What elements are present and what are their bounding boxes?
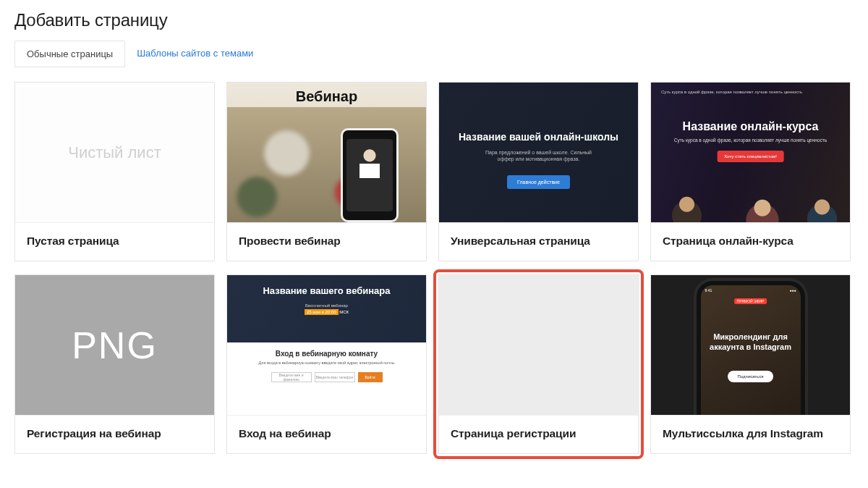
png-text: PNG (72, 324, 158, 367)
preview-webinar-login: Название вашего вебинара Бесплатный веби… (227, 275, 426, 415)
card-label: Универсальная страница (439, 222, 638, 261)
template-card-course[interactable]: Суть курса в одной фразе, которая позвол… (650, 82, 851, 261)
tabs: Обычные страницы Шаблоны сайтов с темами (14, 41, 854, 67)
card-label: Пустая страница (15, 222, 214, 261)
template-grid: Чистый лист Пустая страница Вебинар Пров… (14, 82, 854, 454)
webinar-title: Вебинар (227, 88, 426, 105)
course-cta: Хочу стать специалистом! (717, 151, 784, 162)
hero-cta: Главное действие (507, 175, 570, 189)
webinar-scene (227, 107, 426, 222)
wreg-form: Введите имя и фамилию Введите ваш телефо… (240, 372, 413, 382)
course-sub: Суть курса в одной фразе, которая позвол… (661, 138, 840, 143)
preview-png-placeholder: PNG (15, 275, 214, 415)
wreg-submit: Войти (358, 372, 383, 382)
people-illustration (651, 177, 850, 222)
wreg-sub: Бесплатный вебинар (304, 303, 349, 308)
template-card-registration[interactable]: Страница регистрации (438, 274, 639, 454)
tab-themed-templates[interactable]: Шаблоны сайтов с темами (125, 41, 265, 67)
preview-universal: Название вашей онлайн-школы Пара предлож… (439, 83, 638, 222)
hero-subtitle: Пара предложений о вашей школе. Сильный … (477, 149, 600, 162)
template-card-webinar-login[interactable]: Название вашего вебинара Бесплатный веби… (226, 274, 427, 454)
course-tiny: Суть курса в одной фразе, которая позвол… (661, 90, 802, 94)
wreg-title: Название вашего вебинара (240, 285, 413, 297)
preview-blank: Чистый лист (15, 83, 214, 222)
wreg-room-sub: Для входа в вебинарную комнату введите с… (240, 361, 413, 365)
template-card-universal[interactable]: Название вашей онлайн-школы Пара предлож… (438, 82, 639, 261)
wreg-date: 25 мая в 20:00 МСК (240, 310, 413, 314)
wreg-field-name: Введите имя и фамилию (271, 372, 312, 382)
preview-instagram: 9:41 ●●● ПРЯМОЙ ЭФИР Микролендинг для ак… (651, 275, 850, 415)
template-card-blank[interactable]: Чистый лист Пустая страница (14, 82, 215, 261)
phone-icon (341, 128, 399, 222)
ig-cta: Подписаться (728, 371, 774, 382)
template-card-webinar-reg[interactable]: PNG Регистрация на вебинар (14, 274, 215, 454)
preview-course: Суть курса в одной фразе, которая позвол… (651, 83, 850, 222)
tab-regular-pages[interactable]: Обычные страницы (14, 41, 125, 67)
card-label: Вход на вебинар (227, 415, 426, 453)
phone-statusbar: 9:41 ●●● (705, 288, 796, 294)
card-label: Страница регистрации (439, 415, 638, 453)
wreg-room-title: Вход в вебинарную комнату (240, 350, 413, 358)
template-card-instagram[interactable]: 9:41 ●●● ПРЯМОЙ ЭФИР Микролендинг для ак… (650, 274, 851, 454)
card-label: Мультиссылка для Instagram (651, 415, 850, 453)
template-card-webinar[interactable]: Вебинар Провести вебинар (226, 82, 427, 261)
card-label: Провести вебинар (227, 222, 426, 261)
wreg-field-phone: Введите ваш телефон (315, 372, 355, 382)
ig-title: Микролендинг для аккаунта в Instagram (708, 332, 793, 353)
preview-registration (439, 275, 638, 415)
blank-text: Чистый лист (68, 143, 161, 162)
card-label: Регистрация на вебинар (15, 415, 214, 453)
preview-webinar: Вебинар (227, 83, 426, 222)
live-badge: ПРЯМОЙ ЭФИР (734, 298, 767, 304)
phone-frame: 9:41 ●●● ПРЯМОЙ ЭФИР Микролендинг для ак… (697, 281, 805, 415)
hero-title: Название вашей онлайн-школы (459, 130, 618, 143)
course-title: Название онлайн-курса (661, 120, 840, 133)
card-label: Страница онлайн-курса (651, 222, 850, 261)
page-title: Добавить страницу (14, 10, 854, 30)
